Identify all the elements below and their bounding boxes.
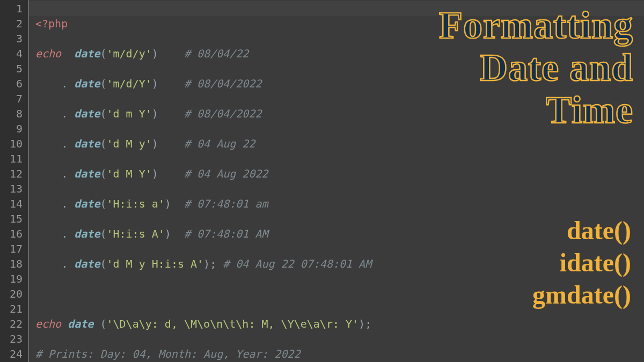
line-number: 15 xyxy=(0,211,23,226)
string-arg: 'm/d/Y' xyxy=(106,77,151,90)
code-content: <?php echo date('m/d/y') # 08/04/22 . da… xyxy=(28,0,644,362)
function-date: date xyxy=(74,137,100,150)
string-arg: '\D\a\y: d, \M\o\n\t\h: M, \Y\e\a\r: Y' xyxy=(106,317,358,330)
comment: # 04 Aug 22 07:48:01 AM xyxy=(223,257,371,270)
paren: ( xyxy=(100,317,106,330)
paren: ) xyxy=(152,77,158,90)
concat-op: . xyxy=(61,137,68,150)
string-arg: 'd M y' xyxy=(106,137,151,150)
paren: ) xyxy=(152,167,158,180)
function-date: date xyxy=(68,317,93,330)
line-number: 1 xyxy=(0,1,23,16)
code-line: . date('d M Y') # 04 Aug 2022 xyxy=(35,166,644,181)
paren: ( xyxy=(100,107,106,120)
paren: ( xyxy=(100,47,106,60)
line-number: 9 xyxy=(0,121,23,136)
line-number: 11 xyxy=(0,151,23,166)
code-line: . date('d M y') # 04 Aug 22 xyxy=(35,136,644,151)
paren: ); xyxy=(203,257,216,270)
paren: ( xyxy=(100,197,106,210)
code-line: echo date ('\D\a\y: d, \M\o\n\t\h: M, \Y… xyxy=(35,316,644,331)
comment: # 08/04/2022 xyxy=(184,107,262,120)
function-date: date xyxy=(74,47,100,60)
code-area[interactable]: <?php echo date('m/d/y') # 08/04/22 . da… xyxy=(28,0,644,362)
code-editor: 1 2 3 4 5 6 7 8 9 10 11 12 13 14 15 16 1… xyxy=(0,0,644,362)
comment: # 07:48:01 am xyxy=(184,197,268,210)
line-number: 20 xyxy=(0,286,23,301)
line-number: 13 xyxy=(0,181,23,196)
line-number: 16 xyxy=(0,226,23,241)
line-number: 2 xyxy=(0,16,23,31)
line-number: 5 xyxy=(0,61,23,76)
paren: ( xyxy=(100,77,106,90)
line-number: 18 xyxy=(0,256,23,271)
code-line: . date('m/d/Y') # 08/04/2022 xyxy=(35,76,644,91)
paren: ( xyxy=(100,137,106,150)
keyword-echo: echo xyxy=(35,317,61,330)
code-line xyxy=(35,286,644,301)
paren: ) xyxy=(165,227,171,240)
concat-op: . xyxy=(61,257,68,270)
string-arg: 'H:i:s A' xyxy=(106,227,164,240)
line-number: 24 xyxy=(0,346,23,361)
code-line: . date('H:i:s A') # 07:48:01 AM xyxy=(35,226,644,241)
code-line: . date('d M y H:i:s A'); # 04 Aug 22 07:… xyxy=(35,256,644,271)
concat-op: . xyxy=(61,167,68,180)
keyword-echo: echo xyxy=(35,47,61,60)
paren: ) xyxy=(152,107,158,120)
comment: # 08/04/22 xyxy=(184,47,248,60)
concat-op: . xyxy=(61,77,68,90)
code-line: <?php xyxy=(35,16,644,31)
string-arg: 'H:i:s a' xyxy=(106,197,164,210)
paren: ( xyxy=(100,257,106,270)
string-arg: 'd M y H:i:s A' xyxy=(106,257,203,270)
line-number: 14 xyxy=(0,196,23,211)
paren: ) xyxy=(152,137,158,150)
line-number-gutter: 1 2 3 4 5 6 7 8 9 10 11 12 13 14 15 16 1… xyxy=(0,0,28,362)
function-date: date xyxy=(74,257,100,270)
line-number: 4 xyxy=(0,46,23,61)
code-line: . date('H:i:s a') # 07:48:01 am xyxy=(35,196,644,211)
line-number: 8 xyxy=(0,106,23,121)
comment: # 08/04/2022 xyxy=(184,77,262,90)
function-date: date xyxy=(74,197,100,210)
code-line: echo date('m/d/y') # 08/04/22 xyxy=(35,46,644,61)
paren: ( xyxy=(100,227,106,240)
line-number: 6 xyxy=(0,76,23,91)
string-arg: 'd m Y' xyxy=(106,107,151,120)
concat-op: . xyxy=(61,107,68,120)
comment: # 04 Aug 22 xyxy=(184,137,255,150)
line-number: 3 xyxy=(0,31,23,46)
line-number: 22 xyxy=(0,316,23,331)
concat-op: . xyxy=(61,197,68,210)
comment: # 07:48:01 AM xyxy=(184,227,268,240)
php-open-tag: <?php xyxy=(35,17,68,30)
line-number: 10 xyxy=(0,136,23,151)
concat-op: . xyxy=(61,227,68,240)
paren: ( xyxy=(100,167,106,180)
string-arg: 'd M Y' xyxy=(106,167,151,180)
line-number: 19 xyxy=(0,271,23,286)
function-date: date xyxy=(74,227,100,240)
paren: ); xyxy=(358,317,371,330)
line-number: 21 xyxy=(0,301,23,316)
string-arg: 'm/d/y' xyxy=(106,47,151,60)
code-line: . date('d m Y') # 08/04/2022 xyxy=(35,106,644,121)
function-date: date xyxy=(74,77,100,90)
line-number: 7 xyxy=(0,91,23,106)
line-number: 23 xyxy=(0,331,23,346)
comment: # 04 Aug 2022 xyxy=(184,167,268,180)
comment: # Prints: Day: 04, Month: Aug, Year: 202… xyxy=(35,348,301,360)
code-line: # Prints: Day: 04, Month: Aug, Year: 202… xyxy=(35,346,644,361)
line-number: 12 xyxy=(0,166,23,181)
paren: ) xyxy=(165,197,171,210)
function-date: date xyxy=(74,167,100,180)
function-date: date xyxy=(74,107,100,120)
line-number: 17 xyxy=(0,241,23,256)
paren: ) xyxy=(152,47,158,60)
